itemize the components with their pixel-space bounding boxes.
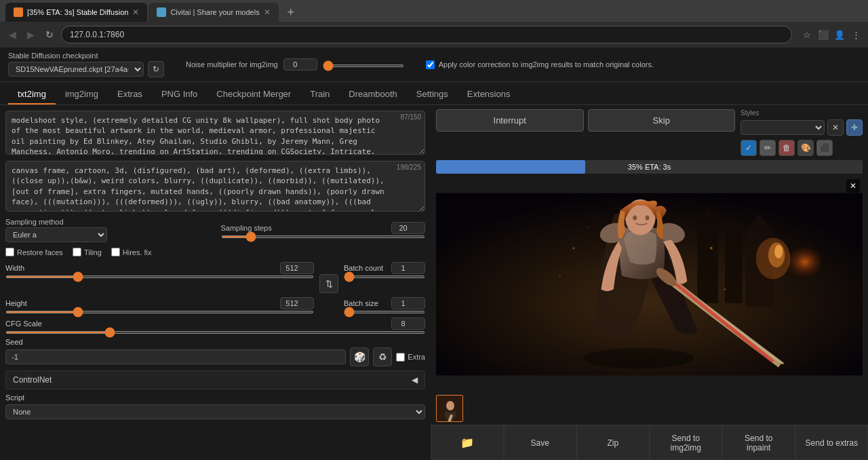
negative-prompt-wrap: 198/225 [5, 161, 425, 214]
address-text: 127.0.0.1:7860 [70, 30, 124, 39]
controlnet-label: ControlNet [13, 375, 52, 385]
bookmark-icon[interactable]: ☆ [800, 28, 814, 41]
checkpoint-select[interactable]: SD15NewVAEpruned.ckpt [27a4ac756c] [8, 62, 144, 77]
height-slider[interactable] [5, 311, 314, 313]
controlnet-header[interactable]: ControlNet ◀ [6, 371, 425, 389]
width-col: Width [5, 262, 314, 278]
interrupt-button[interactable]: Interrupt [436, 109, 584, 132]
positive-prompt-input[interactable] [5, 111, 425, 155]
browser-tabs: [35% ETA: 3s] Stable Diffusion ✕ Civitai… [0, 0, 868, 22]
hires-fix-label[interactable]: Hires. fix [111, 248, 152, 256]
checkpoint-refresh-button[interactable]: ↻ [148, 61, 164, 77]
send-to-img2img-button[interactable]: Send toimg2img [650, 425, 723, 460]
thumbnail-0[interactable] [436, 395, 463, 422]
checkpoint-label: Stable Diffusion checkpoint [8, 52, 164, 60]
cfg-slider[interactable] [5, 331, 425, 334]
script-label: Script [5, 394, 425, 402]
batch-count-slider[interactable] [344, 275, 425, 278]
zip-label: Zip [607, 438, 618, 448]
browser-chrome: [35% ETA: 3s] Stable Diffusion ✕ Civitai… [0, 0, 868, 47]
main-tabs: txt2img img2img Extras PNG Info Checkpoi… [0, 82, 868, 105]
hires-fix-checkbox[interactable] [111, 248, 120, 256]
style-color-blue-button[interactable]: ✓ [741, 140, 757, 156]
new-tab-button[interactable]: + [281, 3, 300, 22]
seed-input[interactable] [5, 349, 346, 364]
menu-icon[interactable]: ⋮ [849, 28, 863, 41]
image-area: ✕ [436, 176, 863, 392]
tab-stable-diffusion[interactable]: [35% ETA: 3s] Stable Diffusion ✕ [5, 3, 147, 22]
sampling-method-select[interactable]: Euler a [5, 227, 107, 242]
seed-recycle-button[interactable]: ♻ [373, 347, 392, 366]
seed-section: Seed 🎲 ♻ Extra [5, 338, 425, 366]
gen-btn-row: Interrupt Skip [436, 109, 735, 132]
thumbnail-strip [431, 392, 868, 425]
svg-point-24 [446, 401, 454, 410]
tiling-label[interactable]: Tiling [73, 248, 102, 256]
reload-button[interactable]: ↻ [42, 28, 57, 41]
app-header: Stable Diffusion checkpoint SD15NewVAEpr… [0, 47, 868, 82]
right-top: Interrupt Skip Styles ✕ ✚ ✓ [431, 105, 868, 160]
extra-seed-label[interactable]: Extra [396, 353, 425, 362]
negative-prompt-input[interactable] [5, 161, 425, 212]
checkboxes-row: Restore faces Tiling Hires. fix [5, 246, 425, 258]
save-button[interactable]: Save [504, 425, 577, 460]
noise-slider-wrap [323, 60, 404, 69]
noise-label: Noise multiplier for img2img [186, 60, 278, 69]
send-to-extras-label: Send to extras [806, 438, 858, 448]
seed-label: Seed [5, 338, 425, 346]
noise-input[interactable] [283, 58, 317, 71]
tab-civitai[interactable]: Civitai | Share your models ✕ [149, 3, 278, 22]
noise-slider[interactable] [323, 64, 404, 67]
seed-dice-button[interactable]: 🎲 [350, 347, 369, 366]
styles-row: ✕ ✚ [741, 119, 863, 136]
style-icon-button-4[interactable]: 🎨 [797, 140, 814, 156]
tab-png-info[interactable]: PNG Info [152, 85, 207, 104]
send-to-inpaint-button[interactable]: Send toinpaint [722, 425, 795, 460]
controlnet-section: ControlNet ◀ [5, 370, 425, 389]
open-folder-button[interactable]: 📁 [431, 425, 504, 460]
styles-remove-button[interactable]: ✕ [827, 119, 844, 136]
style-icon-button-5[interactable]: ⬛ [816, 140, 833, 156]
tab-txt2img[interactable]: txt2img [8, 85, 56, 104]
send-to-inpaint-label: Send toinpaint [745, 434, 772, 453]
folder-icon: 📁 [460, 436, 474, 449]
progress-text: 35% ETA: 3s [628, 163, 671, 171]
style-icon-button-3[interactable]: 🗑 [778, 140, 795, 156]
width-slider[interactable] [5, 275, 314, 278]
style-color-buttons: ✓ ✏ 🗑 🎨 ⬛ [741, 140, 863, 156]
tab-img2img[interactable]: img2img [56, 85, 108, 104]
restore-faces-checkbox[interactable] [5, 248, 14, 256]
profile-icon[interactable]: 👤 [833, 28, 846, 41]
tiling-checkbox[interactable] [73, 248, 81, 256]
gen-buttons: Interrupt Skip [436, 109, 735, 132]
script-select[interactable]: None [5, 404, 425, 419]
tab-dreambooth[interactable]: Dreambooth [339, 85, 407, 104]
zip-button[interactable]: Zip [576, 425, 650, 460]
styles-add-button[interactable]: ✚ [846, 119, 863, 136]
send-to-extras-button[interactable]: Send to extras [795, 425, 869, 460]
steps-slider[interactable] [221, 235, 426, 238]
tab-settings[interactable]: Settings [407, 85, 458, 104]
back-button[interactable]: ◀ [5, 28, 20, 41]
close-image-button[interactable]: ✕ [846, 179, 860, 193]
extra-seed-checkbox[interactable] [396, 353, 405, 362]
address-bar[interactable]: 127.0.0.1:7860 [61, 26, 792, 43]
sampling-method-label: Sampling method [5, 218, 210, 226]
tab-close-sd[interactable]: ✕ [132, 7, 139, 17]
swap-button[interactable]: ⇅ [319, 274, 338, 293]
extensions-icon[interactable]: ⬛ [816, 28, 830, 41]
skip-button[interactable]: Skip [588, 109, 736, 132]
color-correction-checkbox[interactable] [426, 60, 435, 69]
batch-size-slider[interactable] [344, 311, 425, 313]
styles-select[interactable] [741, 120, 825, 135]
positive-prompt-counter: 87/150 [400, 113, 421, 121]
tab-close-civitai[interactable]: ✕ [264, 7, 271, 17]
style-icon-button-2[interactable]: ✏ [760, 140, 776, 156]
progress-bar-wrap: 35% ETA: 3s [436, 160, 863, 174]
tab-extras[interactable]: Extras [108, 85, 152, 104]
tab-checkpoint-merger[interactable]: Checkpoint Merger [207, 85, 300, 104]
tab-extensions[interactable]: Extensions [458, 85, 520, 104]
restore-faces-label[interactable]: Restore faces [5, 248, 63, 256]
forward-button[interactable]: ▶ [24, 28, 38, 41]
tab-train[interactable]: Train [300, 85, 339, 104]
